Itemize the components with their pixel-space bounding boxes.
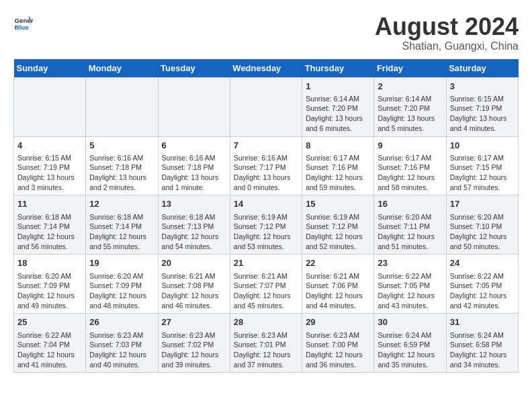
calendar-cell: 20Sunrise: 6:21 AMSunset: 7:08 PMDayligh… (158, 255, 230, 314)
calendar-cell: 2Sunrise: 6:14 AMSunset: 7:20 PMDaylight… (374, 77, 446, 136)
cell-content-line: Daylight: 12 hours (234, 232, 298, 242)
logo: General Blue (13, 13, 34, 34)
cell-content-line: Daylight: 12 hours (306, 350, 370, 360)
cell-content-line: Sunset: 7:10 PM (450, 222, 515, 232)
cell-content-line: and 2 minutes. (89, 183, 154, 193)
cell-content-line: Sunrise: 6:17 AM (450, 153, 515, 163)
cell-content-line: Sunrise: 6:18 AM (89, 212, 154, 222)
calendar-cell: 8Sunrise: 6:17 AMSunset: 7:16 PMDaylight… (302, 136, 374, 195)
cell-content-line: Sunset: 7:17 PM (234, 163, 298, 173)
cell-content-line: Sunset: 7:09 PM (89, 281, 154, 291)
day-number: 10 (450, 140, 515, 152)
cell-content-line: and 57 minutes. (450, 183, 515, 193)
cell-content-line: Sunset: 7:11 PM (378, 222, 442, 232)
cell-content-line: Sunrise: 6:20 AM (450, 212, 515, 222)
cell-content-line: Sunrise: 6:18 AM (162, 212, 226, 222)
cell-content-line: Sunset: 7:16 PM (306, 163, 370, 173)
cell-content-line: and 42 minutes. (450, 301, 515, 311)
cell-content-line: Sunrise: 6:21 AM (306, 271, 370, 281)
day-number: 3 (450, 81, 515, 93)
cell-content-line: Daylight: 12 hours (450, 350, 515, 360)
cell-content-line: Sunrise: 6:24 AM (378, 330, 442, 340)
cell-content-line: and 40 minutes. (89, 360, 154, 370)
calendar-cell: 31Sunrise: 6:24 AMSunset: 6:58 PMDayligh… (446, 314, 518, 373)
calendar-cell: 5Sunrise: 6:16 AMSunset: 7:18 PMDaylight… (86, 136, 158, 195)
svg-text:Blue: Blue (15, 24, 30, 31)
calendar-cell: 13Sunrise: 6:18 AMSunset: 7:13 PMDayligh… (158, 195, 230, 255)
cell-content-line: and 50 minutes. (450, 242, 515, 252)
day-number: 15 (306, 198, 370, 210)
day-number: 23 (378, 257, 442, 269)
cell-content-line: Daylight: 12 hours (89, 232, 154, 242)
calendar-cell: 24Sunrise: 6:22 AMSunset: 7:05 PMDayligh… (446, 255, 518, 314)
cell-content-line: Sunset: 7:05 PM (450, 281, 515, 291)
cell-content-line: and 39 minutes. (162, 360, 226, 370)
cell-content-line: Sunrise: 6:22 AM (17, 330, 82, 340)
day-number: 18 (17, 257, 82, 269)
cell-content-line: Sunset: 6:58 PM (450, 340, 515, 350)
cell-content-line: Daylight: 12 hours (306, 232, 370, 242)
cell-content-line: and 59 minutes. (306, 183, 370, 193)
cell-content-line: Sunset: 7:18 PM (162, 163, 226, 173)
cell-content-line: Daylight: 13 hours (450, 113, 515, 124)
day-number: 29 (306, 316, 370, 328)
day-number: 6 (162, 140, 226, 152)
calendar-header-row: SundayMondayTuesdayWednesdayThursdayFrid… (14, 59, 519, 78)
calendar-cell: 10Sunrise: 6:17 AMSunset: 7:15 PMDayligh… (446, 136, 518, 195)
cell-content-line: and 1 minute. (162, 183, 226, 193)
cell-content-line: Daylight: 13 hours (378, 113, 442, 124)
day-header-sunday: Sunday (14, 59, 86, 78)
cell-content-line: Sunrise: 6:16 AM (234, 153, 298, 163)
day-header-saturday: Saturday (446, 59, 518, 78)
day-number: 4 (17, 140, 82, 152)
day-number: 24 (450, 257, 515, 269)
cell-content-line: Daylight: 13 hours (17, 173, 82, 183)
cell-content-line: Sunset: 7:14 PM (89, 222, 154, 232)
day-number: 9 (378, 140, 442, 152)
day-number: 25 (17, 316, 82, 328)
cell-content-line: and 45 minutes. (234, 301, 298, 311)
cell-content-line: Sunrise: 6:21 AM (162, 271, 226, 281)
cell-content-line: and 56 minutes. (17, 242, 82, 252)
calendar-cell: 4Sunrise: 6:15 AMSunset: 7:19 PMDaylight… (14, 136, 86, 195)
day-number: 14 (234, 198, 298, 210)
calendar-cell: 27Sunrise: 6:23 AMSunset: 7:02 PMDayligh… (158, 314, 230, 373)
cell-content-line: Sunrise: 6:23 AM (162, 330, 226, 340)
day-number: 26 (89, 316, 154, 328)
cell-content-line: and 34 minutes. (450, 360, 515, 370)
day-number: 27 (162, 316, 226, 328)
cell-content-line: Sunset: 6:59 PM (378, 340, 442, 350)
cell-content-line: Sunrise: 6:22 AM (378, 271, 442, 281)
cell-content-line: and 46 minutes. (162, 301, 226, 311)
cell-content-line: Sunset: 7:09 PM (17, 281, 82, 291)
day-number: 20 (162, 257, 226, 269)
cell-content-line: Sunrise: 6:24 AM (450, 330, 515, 340)
cell-content-line: Sunset: 7:06 PM (306, 281, 370, 291)
calendar-cell: 11Sunrise: 6:18 AMSunset: 7:14 PMDayligh… (14, 195, 86, 255)
cell-content-line: Sunrise: 6:23 AM (89, 330, 154, 340)
calendar-cell (230, 77, 302, 136)
cell-content-line: Daylight: 12 hours (378, 232, 442, 242)
calendar-body: 1Sunrise: 6:14 AMSunset: 7:20 PMDaylight… (14, 77, 519, 373)
cell-content-line: Sunrise: 6:23 AM (234, 330, 298, 340)
day-number: 11 (17, 198, 82, 210)
page-header: General Blue August 2024 Shatian, Guangx… (13, 13, 519, 52)
cell-content-line: Sunrise: 6:20 AM (378, 212, 442, 222)
day-number: 19 (89, 257, 154, 269)
day-number: 16 (378, 198, 442, 210)
cell-content-line: and 37 minutes. (234, 360, 298, 370)
calendar-table: SundayMondayTuesdayWednesdayThursdayFrid… (13, 59, 519, 373)
cell-content-line: Sunset: 7:15 PM (450, 163, 515, 173)
calendar-cell: 25Sunrise: 6:22 AMSunset: 7:04 PMDayligh… (14, 314, 86, 373)
cell-content-line: Daylight: 12 hours (89, 291, 154, 301)
cell-content-line: Daylight: 12 hours (378, 350, 442, 360)
cell-content-line: Sunrise: 6:22 AM (450, 271, 515, 281)
cell-content-line: Sunset: 7:00 PM (306, 340, 370, 350)
cell-content-line: Sunrise: 6:15 AM (450, 94, 515, 104)
cell-content-line: and 58 minutes. (378, 183, 442, 193)
day-number: 22 (306, 257, 370, 269)
cell-content-line: Sunset: 7:13 PM (162, 222, 226, 232)
calendar-week-row: 11Sunrise: 6:18 AMSunset: 7:14 PMDayligh… (14, 195, 519, 255)
cell-content-line: Daylight: 12 hours (17, 291, 82, 301)
cell-content-line: Sunrise: 6:15 AM (17, 153, 82, 163)
